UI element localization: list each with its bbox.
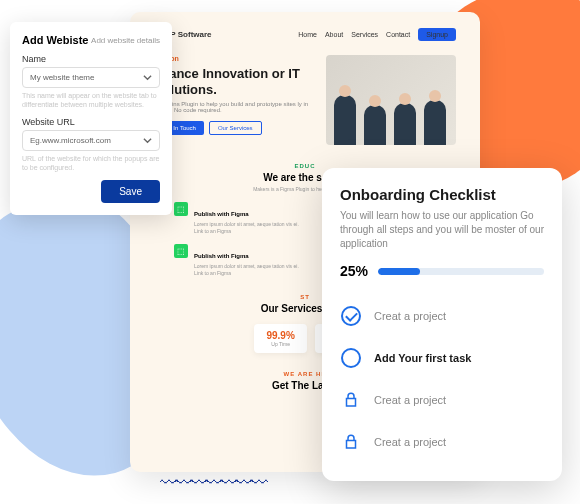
nav-home[interactable]: Home xyxy=(298,31,317,38)
our-services-button[interactable]: Our Services xyxy=(209,121,262,135)
hero-tag: ucation xyxy=(154,55,312,62)
figma-icon: ⬚ xyxy=(174,244,188,258)
url-select[interactable]: Eg.www.microsoft.com xyxy=(22,130,160,151)
onboarding-checklist-panel: Onboarding Checklist You will learn how … xyxy=(322,168,562,481)
hero-section: ucation dvance Innovation or IT Solution… xyxy=(154,55,456,145)
progress-bar xyxy=(378,268,544,275)
nav-contact[interactable]: Contact xyxy=(386,31,410,38)
add-website-panel: Add Webiste Add website details Name My … xyxy=(10,22,172,215)
url-label: Website URL xyxy=(22,117,160,127)
wave-decoration: 〰〰〰〰〰〰〰 xyxy=(160,473,265,494)
progress-row: 25% xyxy=(340,263,544,279)
checklist-item-locked[interactable]: Creat a project xyxy=(340,421,544,463)
checklist-item-locked[interactable]: Creat a project xyxy=(340,379,544,421)
site-nav: SP Software Home About Services Contact … xyxy=(154,28,456,41)
chevron-down-icon xyxy=(143,73,152,82)
nav-services[interactable]: Services xyxy=(351,31,378,38)
name-hint: This name will appear on the website tab… xyxy=(22,91,160,109)
url-hint: URL of the website for which the popups … xyxy=(22,154,160,172)
panel-subtitle: Add website details xyxy=(91,36,160,45)
checklist-subtitle: You will learn how to use our applicatio… xyxy=(340,209,544,251)
hero-title: dvance Innovation or IT Solutions. xyxy=(154,66,312,97)
lock-icon xyxy=(340,389,362,411)
name-select[interactable]: My website theme xyxy=(22,67,160,88)
check-icon xyxy=(340,305,362,327)
chevron-down-icon xyxy=(143,136,152,145)
nav-links: Home About Services Contact Signup xyxy=(298,28,456,41)
save-button[interactable]: Save xyxy=(101,180,160,203)
figma-icon: ⬚ xyxy=(174,202,188,216)
signup-button[interactable]: Signup xyxy=(418,28,456,41)
circle-icon xyxy=(340,347,362,369)
checklist-item-add-task[interactable]: Add Your first task xyxy=(340,337,544,379)
checklist-item-create-project[interactable]: Creat a project xyxy=(340,295,544,337)
checklist-title: Onboarding Checklist xyxy=(340,186,544,203)
name-label: Name xyxy=(22,54,160,64)
hero-subtitle: is Plugins Plugin to help you build and … xyxy=(154,101,312,113)
lock-icon xyxy=(340,431,362,453)
nav-about[interactable]: About xyxy=(325,31,343,38)
stat-card: 99.9%Up Time xyxy=(254,324,306,353)
panel-title: Add Webiste xyxy=(22,34,88,46)
progress-percent: 25% xyxy=(340,263,368,279)
hero-image xyxy=(326,55,456,145)
